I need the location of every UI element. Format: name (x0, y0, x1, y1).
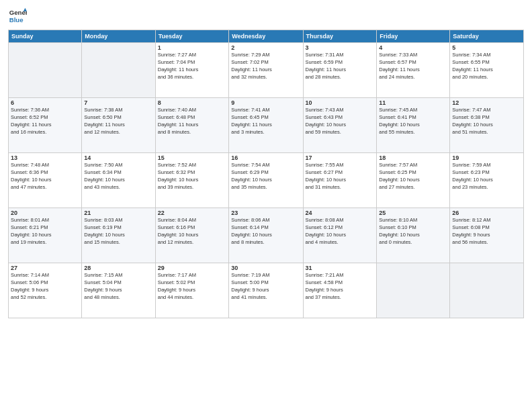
day-info: Sunrise: 7:17 AM Sunset: 5:02 PM Dayligh… (158, 272, 227, 302)
weekday-header: Thursday (303, 30, 377, 43)
day-number: 18 (379, 154, 447, 161)
calendar-day-cell: 21Sunrise: 8:03 AM Sunset: 6:19 PM Dayli… (82, 208, 155, 263)
day-number: 24 (306, 210, 375, 216)
calendar-day-cell: 3Sunrise: 7:31 AM Sunset: 6:59 PM Daylig… (303, 43, 377, 98)
day-info: Sunrise: 7:48 AM Sunset: 6:36 PM Dayligh… (11, 162, 79, 191)
svg-text:Blue: Blue (9, 16, 24, 24)
weekday-header: Friday (377, 30, 450, 43)
day-info: Sunrise: 8:03 AM Sunset: 6:19 PM Dayligh… (84, 217, 152, 246)
day-number: 29 (158, 265, 227, 271)
day-number: 3 (306, 44, 375, 51)
day-number: 8 (158, 99, 227, 106)
weekday-header: Wednesday (229, 30, 303, 43)
calendar-day-cell: 5Sunrise: 7:34 AM Sunset: 6:55 PM Daylig… (450, 43, 524, 98)
day-info: Sunrise: 7:47 AM Sunset: 6:38 PM Dayligh… (452, 107, 521, 136)
day-number: 26 (452, 210, 521, 216)
day-number: 16 (231, 154, 300, 161)
day-info: Sunrise: 7:34 AM Sunset: 6:55 PM Dayligh… (452, 52, 521, 81)
day-info: Sunrise: 7:55 AM Sunset: 6:27 PM Dayligh… (306, 162, 375, 191)
day-number: 13 (11, 154, 79, 161)
day-info: Sunrise: 7:57 AM Sunset: 6:25 PM Dayligh… (379, 162, 447, 191)
calendar-day-cell: 26Sunrise: 8:12 AM Sunset: 6:08 PM Dayli… (450, 208, 524, 263)
day-number: 11 (379, 99, 447, 106)
day-number: 23 (231, 210, 300, 216)
logo-icon: General Blue (8, 7, 27, 26)
day-number: 25 (379, 210, 447, 216)
calendar-day-cell: 31Sunrise: 7:21 AM Sunset: 4:58 PM Dayli… (303, 263, 377, 318)
calendar-day-cell: 30Sunrise: 7:19 AM Sunset: 5:00 PM Dayli… (229, 263, 303, 318)
weekday-header: Monday (82, 30, 155, 43)
day-number: 27 (11, 265, 79, 271)
calendar-day-cell: 16Sunrise: 7:54 AM Sunset: 6:29 PM Dayli… (229, 153, 303, 208)
weekday-header: Saturday (450, 30, 524, 43)
calendar-day-cell: 20Sunrise: 8:01 AM Sunset: 6:21 PM Dayli… (9, 208, 82, 263)
calendar-header-row: SundayMondayTuesdayWednesdayThursdayFrid… (9, 30, 524, 43)
calendar-day-cell: 17Sunrise: 7:55 AM Sunset: 6:27 PM Dayli… (303, 153, 377, 208)
day-info: Sunrise: 7:45 AM Sunset: 6:41 PM Dayligh… (379, 107, 447, 136)
day-number: 4 (379, 44, 447, 51)
calendar-day-cell: 29Sunrise: 7:17 AM Sunset: 5:02 PM Dayli… (155, 263, 229, 318)
day-number: 20 (11, 210, 79, 216)
day-number: 21 (84, 210, 152, 216)
weekday-header: Sunday (9, 30, 82, 43)
day-number: 19 (452, 154, 521, 161)
calendar-week-row: 13Sunrise: 7:48 AM Sunset: 6:36 PM Dayli… (9, 153, 524, 208)
day-info: Sunrise: 8:04 AM Sunset: 6:16 PM Dayligh… (158, 217, 227, 246)
calendar-day-cell: 14Sunrise: 7:50 AM Sunset: 6:34 PM Dayli… (82, 153, 155, 208)
calendar-day-cell: 4Sunrise: 7:33 AM Sunset: 6:57 PM Daylig… (377, 43, 450, 98)
day-info: Sunrise: 7:21 AM Sunset: 4:58 PM Dayligh… (306, 272, 375, 302)
calendar-day-cell: 27Sunrise: 7:14 AM Sunset: 5:06 PM Dayli… (9, 263, 82, 318)
calendar-day-cell (450, 263, 524, 318)
calendar-day-cell: 24Sunrise: 8:08 AM Sunset: 6:12 PM Dayli… (303, 208, 377, 263)
day-number: 15 (158, 154, 227, 161)
calendar-table: SundayMondayTuesdayWednesdayThursdayFrid… (8, 30, 524, 318)
calendar-day-cell: 12Sunrise: 7:47 AM Sunset: 6:38 PM Dayli… (450, 98, 524, 153)
calendar-day-cell: 22Sunrise: 8:04 AM Sunset: 6:16 PM Dayli… (155, 208, 229, 263)
day-info: Sunrise: 7:29 AM Sunset: 7:02 PM Dayligh… (231, 52, 300, 81)
day-number: 14 (84, 154, 152, 161)
day-info: Sunrise: 7:19 AM Sunset: 5:00 PM Dayligh… (231, 272, 300, 302)
day-info: Sunrise: 7:54 AM Sunset: 6:29 PM Dayligh… (231, 162, 300, 191)
calendar-week-row: 27Sunrise: 7:14 AM Sunset: 5:06 PM Dayli… (9, 263, 524, 318)
day-number: 30 (231, 265, 300, 271)
calendar-week-row: 20Sunrise: 8:01 AM Sunset: 6:21 PM Dayli… (9, 208, 524, 263)
day-info: Sunrise: 7:15 AM Sunset: 5:04 PM Dayligh… (84, 272, 152, 302)
day-info: Sunrise: 7:59 AM Sunset: 6:23 PM Dayligh… (452, 162, 521, 191)
day-number: 28 (84, 265, 152, 271)
day-number: 17 (306, 154, 375, 161)
day-number: 1 (158, 44, 227, 51)
calendar-day-cell (377, 263, 450, 318)
day-info: Sunrise: 7:33 AM Sunset: 6:57 PM Dayligh… (379, 52, 447, 81)
calendar-day-cell (82, 43, 155, 98)
day-number: 9 (231, 99, 300, 106)
day-info: Sunrise: 8:12 AM Sunset: 6:08 PM Dayligh… (452, 217, 521, 246)
weekday-header: Tuesday (155, 30, 229, 43)
calendar-day-cell: 7Sunrise: 7:38 AM Sunset: 6:50 PM Daylig… (82, 98, 155, 153)
day-info: Sunrise: 7:41 AM Sunset: 6:45 PM Dayligh… (231, 107, 300, 136)
day-info: Sunrise: 7:52 AM Sunset: 6:32 PM Dayligh… (158, 162, 227, 191)
calendar-day-cell: 23Sunrise: 8:06 AM Sunset: 6:14 PM Dayli… (229, 208, 303, 263)
day-info: Sunrise: 7:36 AM Sunset: 6:52 PM Dayligh… (11, 107, 79, 136)
calendar-day-cell: 9Sunrise: 7:41 AM Sunset: 6:45 PM Daylig… (229, 98, 303, 153)
day-number: 31 (306, 265, 375, 271)
calendar-day-cell: 11Sunrise: 7:45 AM Sunset: 6:41 PM Dayli… (377, 98, 450, 153)
day-number: 6 (11, 99, 79, 106)
calendar-day-cell (9, 43, 82, 98)
day-info: Sunrise: 7:38 AM Sunset: 6:50 PM Dayligh… (84, 107, 152, 136)
day-number: 7 (84, 99, 152, 106)
calendar-day-cell: 6Sunrise: 7:36 AM Sunset: 6:52 PM Daylig… (9, 98, 82, 153)
day-info: Sunrise: 7:27 AM Sunset: 7:04 PM Dayligh… (158, 52, 227, 81)
day-info: Sunrise: 7:31 AM Sunset: 6:59 PM Dayligh… (306, 52, 375, 81)
day-info: Sunrise: 7:14 AM Sunset: 5:06 PM Dayligh… (11, 272, 79, 302)
day-number: 5 (452, 44, 521, 51)
calendar-day-cell: 18Sunrise: 7:57 AM Sunset: 6:25 PM Dayli… (377, 153, 450, 208)
day-number: 2 (231, 44, 300, 51)
day-info: Sunrise: 8:08 AM Sunset: 6:12 PM Dayligh… (306, 217, 375, 246)
day-info: Sunrise: 7:40 AM Sunset: 6:48 PM Dayligh… (158, 107, 227, 136)
calendar-day-cell: 10Sunrise: 7:43 AM Sunset: 6:43 PM Dayli… (303, 98, 377, 153)
calendar-day-cell: 13Sunrise: 7:48 AM Sunset: 6:36 PM Dayli… (9, 153, 82, 208)
day-info: Sunrise: 8:01 AM Sunset: 6:21 PM Dayligh… (11, 217, 79, 246)
day-info: Sunrise: 8:06 AM Sunset: 6:14 PM Dayligh… (231, 217, 300, 246)
calendar-week-row: 1Sunrise: 7:27 AM Sunset: 7:04 PM Daylig… (9, 43, 524, 98)
calendar-day-cell: 15Sunrise: 7:52 AM Sunset: 6:32 PM Dayli… (155, 153, 229, 208)
